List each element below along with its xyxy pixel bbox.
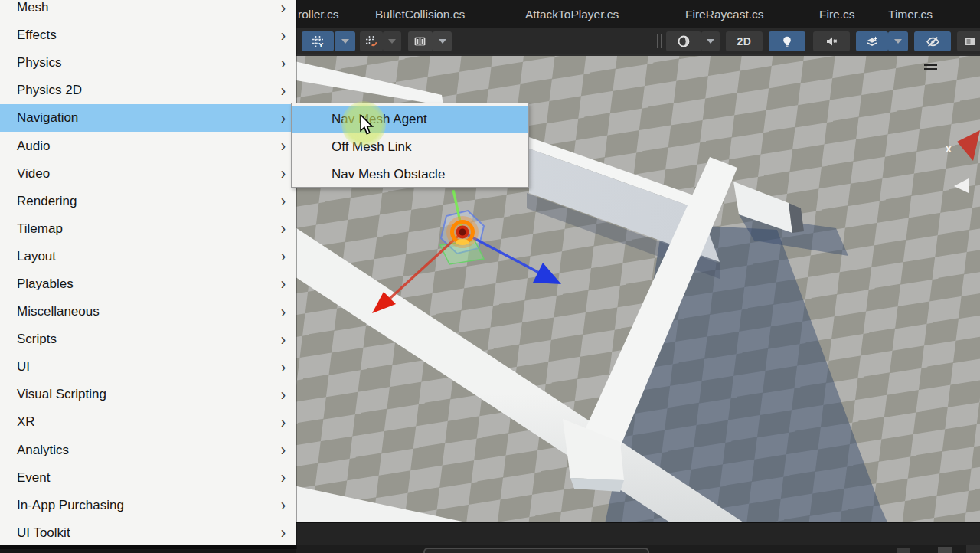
grid-rotate-icon [364,34,378,48]
menu-item-xr[interactable]: XR› [0,408,296,436]
submenu-chevron-icon: › [281,0,286,16]
light-bulb-icon [780,34,794,48]
grid-snap-button[interactable]: Y [302,31,334,51]
bottom-bar-button[interactable] [897,548,910,553]
bottom-bar-button[interactable] [938,547,952,553]
script-tab-bar: roller.cs BulletCollision.cs AttackToPla… [296,0,980,29]
grid-rotate-snap-button[interactable] [360,31,383,51]
submenu-chevron-icon: › [281,386,286,403]
eye-slash-icon [926,34,940,49]
chevron-down-icon [388,39,396,44]
component-tools-button[interactable] [957,31,980,51]
submenu-chevron-icon: › [281,138,286,155]
menu-item-physics-2d[interactable]: Physics 2D› [0,77,296,104]
orientation-gizmo-red-cone[interactable] [957,130,980,161]
submenu-chevron-icon: › [281,414,286,431]
tab-roller-cs[interactable]: roller.cs [298,0,338,28]
menu-item-visual-scripting[interactable]: Visual Scripting› [0,381,296,408]
shading-mode-dropdown-button[interactable] [701,31,720,51]
menu-item-video[interactable]: Video› [0,160,296,188]
fire-effect-center [459,229,466,236]
menu-item-playables[interactable]: Playables› [0,270,296,298]
submenu-chevron-icon: › [281,331,286,348]
chevron-down-icon [894,39,902,44]
grid-snap-icon: Y [311,34,325,48]
submenu-chevron-icon: › [281,470,286,486]
menu-item-ui[interactable]: UI› [0,353,296,381]
layers-sparkle-icon [865,34,879,48]
tab-timer-cs[interactable]: Timer.cs [888,0,933,28]
2d-label: 2D [737,35,752,47]
submenu-chevron-icon: › [281,525,286,542]
effects-dropdown-button[interactable] [888,31,908,51]
submenu-chevron-icon: › [281,54,286,71]
toolbar-separator [661,34,662,48]
fire-effect-spark [456,239,469,245]
submenu-chevron-icon: › [281,221,286,237]
bottom-panel-edge [296,545,980,553]
audio-mute-button[interactable] [813,31,850,51]
gizmo-x-axis[interactable] [383,232,462,305]
submenu-chevron-icon: › [281,497,286,514]
submenu-chevron-icon: › [281,27,286,44]
svg-text:Y: Y [318,41,324,48]
menu-item-event[interactable]: Event› [0,464,296,492]
speaker-muted-icon [825,34,838,48]
view-2d-button[interactable]: 2D [726,31,763,51]
context-menu-rows: Mesh› Effects› Physics› Physics 2D› Navi… [0,0,296,547]
navigation-submenu: Nav Mesh Agent Off Mesh Link Nav Mesh Ob… [291,103,529,188]
submenu-chevron-icon: › [281,165,286,182]
tab-fire-cs[interactable]: Fire.cs [819,0,855,28]
snap-increment-icon [413,34,427,48]
camera-panel-icon [963,34,977,48]
submenu-chevron-icon: › [281,442,286,459]
menu-item-layout[interactable]: Layout› [0,243,296,270]
scene-toolbar: Y 2D [296,28,980,55]
menu-item-ui-toolkit[interactable]: UI Toolkit› [0,519,296,547]
scene-visibility-button[interactable] [914,31,951,51]
menu-item-scripts[interactable]: Scripts› [0,326,296,353]
menu-item-mesh[interactable]: Mesh› [0,0,296,21]
toolbar-separator [657,34,658,48]
grid-snap-dropdown-button[interactable] [335,31,355,51]
bottom-bar-block [966,545,980,553]
menu-item-physics[interactable]: Physics› [0,49,296,77]
submenu-item-nav-mesh-obstacle[interactable]: Nav Mesh Obstacle [292,161,528,188]
axis-x-label: x [946,142,952,155]
submenu-item-nav-mesh-agent[interactable]: Nav Mesh Agent [292,106,528,133]
submenu-chevron-icon: › [281,303,286,320]
menu-item-analytics[interactable]: Analytics› [0,437,296,464]
submenu-chevron-icon: › [281,110,286,126]
menu-item-audio[interactable]: Audio› [0,132,296,159]
grid-rotate-dropdown-button[interactable] [383,31,401,51]
submenu-chevron-icon: › [281,358,286,375]
shading-mode-button[interactable] [666,31,701,51]
snap-increment-dropdown-button[interactable] [433,31,452,51]
submenu-chevron-icon: › [281,82,286,99]
submenu-chevron-icon: › [281,193,286,210]
shaded-sphere-icon [677,34,691,48]
gizmo-z-arrowhead[interactable] [533,263,561,284]
submenu-chevron-icon: › [281,248,286,265]
lower-dark-strip [296,522,980,546]
menu-item-tilemap[interactable]: Tilemap› [0,215,296,243]
menu-item-miscellaneous[interactable]: Miscellaneous› [0,298,296,326]
submenu-chevron-icon: › [281,276,286,293]
scene-lighting-button[interactable] [769,31,805,51]
tab-attacktoplayer-cs[interactable]: AttackToPlayer.cs [525,0,619,28]
tab-fireraycast-cs[interactable]: FireRaycast.cs [685,0,764,28]
menu-item-rendering[interactable]: Rendering› [0,188,296,215]
editor-right-column: roller.cs BulletCollision.cs AttackToPla… [296,0,980,553]
chevron-down-icon [341,39,349,44]
effects-button[interactable] [856,31,888,51]
snap-increment-button[interactable] [408,31,433,51]
tab-bulletcollision-cs[interactable]: BulletCollision.cs [375,0,465,28]
submenu-item-off-mesh-link[interactable]: Off Mesh Link [292,133,528,161]
menu-item-in-app-purchasing[interactable]: In-App Purchasing› [0,492,296,519]
menu-item-navigation[interactable]: Navigation› [0,104,296,132]
bottom-search-field-edge[interactable] [423,548,649,553]
orientation-gizmo-white-cone[interactable] [954,178,969,193]
chevron-down-icon [439,39,446,44]
menu-item-effects[interactable]: Effects› [0,21,296,49]
chevron-down-icon [707,39,714,44]
